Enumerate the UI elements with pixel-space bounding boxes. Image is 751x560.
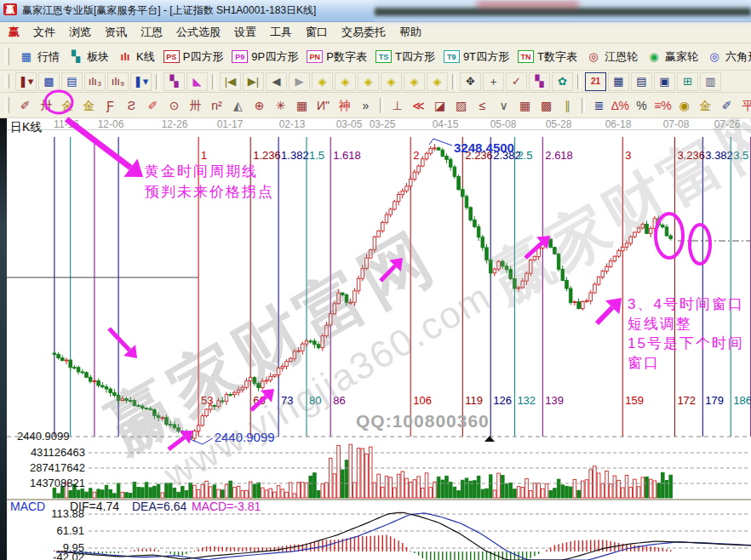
- tool-icon-17[interactable]: ◈: [381, 72, 402, 91]
- tool-icon-3[interactable]: ılı₃: [84, 72, 106, 91]
- tool-icon-4[interactable]: ılı₉: [107, 72, 129, 91]
- svg-text:MACD=-3.81: MACD=-3.81: [192, 500, 261, 513]
- tool-winner-wheel-icon: ◉: [646, 50, 662, 64]
- draw-tool-icon-1[interactable]: 卅: [37, 96, 56, 115]
- tool-icon-24[interactable]: ▚: [529, 72, 550, 91]
- tool-icon-13[interactable]: ▶: [289, 72, 310, 91]
- tool-icon-1[interactable]: ▩: [38, 72, 60, 91]
- tool-gann-wheel-button[interactable]: ◎江恩轮: [582, 48, 642, 66]
- svg-text:03-25: 03-25: [370, 118, 396, 130]
- tool-icon-16[interactable]: ◈: [358, 72, 379, 91]
- draw-tool-icon-6[interactable]: ✐: [143, 96, 163, 115]
- draw-tool-icon-21[interactable]: ▨: [451, 96, 471, 115]
- tool-winner-wheel-button[interactable]: ◉赢家轮: [642, 48, 702, 66]
- tool-quotes-button[interactable]: ▦行情: [14, 48, 64, 66]
- draw-tool-icon-4[interactable]: Ƒ: [100, 96, 120, 115]
- draw-tool-icon-18[interactable]: ⊥: [387, 96, 407, 115]
- draw-tool-icon-23[interactable]: ∨: [494, 96, 513, 115]
- tool-kline-button[interactable]: ılıK线: [113, 48, 159, 66]
- tool-icon-28[interactable]: ▦: [608, 72, 629, 91]
- draw-tool-icon-2[interactable]: 金: [58, 96, 77, 115]
- svg-text:2.618: 2.618: [545, 149, 573, 162]
- title-bar[interactable]: 赢 赢家江恩专业版[赢家服务平台] - [上证指数 SH1A0001-183日K…: [0, 0, 751, 22]
- draw-tool-icon-9[interactable]: n²: [207, 96, 226, 115]
- tool-p-square-button[interactable]: PSP四方形: [159, 48, 228, 66]
- tool-9t-square-button[interactable]: T99T四方形: [439, 48, 513, 66]
- draw-tool-icon-31[interactable]: ≡%: [653, 96, 673, 115]
- tool-icon-15[interactable]: ◈: [335, 72, 356, 91]
- draw-tool-icon-33[interactable]: 金: [696, 96, 715, 115]
- toolbar-grip[interactable]: [5, 74, 9, 88]
- draw-tool-icon-19[interactable]: ≪: [409, 96, 428, 115]
- draw-tool-icon-30[interactable]: %: [632, 96, 651, 115]
- tool-icon-11[interactable]: ▶|: [243, 72, 264, 91]
- menu-item-0[interactable]: 文件: [26, 23, 62, 42]
- tool-icon-10[interactable]: |◀: [220, 72, 241, 91]
- svg-text:106: 106: [413, 394, 432, 407]
- draw-tool-icon-26[interactable]: ∥: [558, 96, 577, 115]
- tool-icon-27[interactable]: 21: [585, 72, 606, 91]
- tool-p-table-button[interactable]: PNP数字表: [302, 48, 371, 66]
- tool-t-table-button[interactable]: TNT数字表: [513, 48, 582, 66]
- menu-item-6[interactable]: 工具: [263, 23, 299, 42]
- draw-tool-icon-8[interactable]: 卅: [186, 96, 205, 115]
- menu-item-4[interactable]: 公式选股: [169, 23, 227, 42]
- tool-icon-21[interactable]: ✥: [460, 72, 481, 91]
- menu-item-5[interactable]: 设置: [227, 23, 263, 42]
- tool-icon-25[interactable]: ✿: [552, 72, 573, 91]
- tool-icon-14[interactable]: ◈: [312, 72, 333, 91]
- toolbar-icon-items: ❚▾▩▤ılı₃ılı₉❚▾▚◣|◀▶|◀▶◈◈◈◈◈◈✥＋✓▚✿21▦▤▣⊞▥: [14, 72, 722, 91]
- tool-icon-7[interactable]: ▚: [163, 72, 185, 91]
- menu-item-1[interactable]: 浏览: [62, 23, 98, 42]
- tool-icon-31[interactable]: ⊞: [677, 72, 698, 91]
- svg-text:QQ:100800360: QQ:100800360: [356, 411, 490, 431]
- tool-sectors-button[interactable]: ▚板块: [64, 48, 113, 66]
- draw-tool-icon-13[interactable]: ▦: [292, 96, 312, 115]
- menu-item-9[interactable]: 帮助: [393, 23, 428, 42]
- tool-t-square-button[interactable]: TST四方形: [371, 48, 439, 66]
- draw-tool-icon-32[interactable]: ◉: [674, 96, 694, 115]
- draw-tool-icon-15[interactable]: 神: [335, 96, 354, 115]
- draw-tool-icon-20[interactable]: ◪: [430, 96, 450, 115]
- menu-item-8[interactable]: 交易委托: [335, 23, 393, 42]
- draw-tool-icon-10[interactable]: ◭: [228, 96, 248, 115]
- draw-tool-icon-28[interactable]: ≣: [589, 96, 609, 115]
- tool-icon-30[interactable]: ▣: [654, 72, 675, 91]
- menu-item-7[interactable]: 窗口: [299, 23, 335, 42]
- tool-icon-2[interactable]: ▤: [61, 72, 83, 91]
- draw-tool-icon-25[interactable]: ▩: [536, 96, 556, 115]
- draw-tool-icon-14[interactable]: И": [313, 96, 333, 115]
- draw-tool-icon-3[interactable]: 金: [79, 96, 99, 115]
- price-chart-canvas[interactable]: 11-1612-0612-2601-1702-1303-0503-2504-15…: [0, 118, 751, 560]
- left-window-edge: [0, 118, 7, 560]
- draw-tool-icon-7[interactable]: ⊙: [164, 96, 184, 115]
- tool-icon-5[interactable]: ❚▾: [130, 72, 152, 91]
- draw-tool-icon-35[interactable]: 平: [738, 96, 751, 115]
- draw-tool-icon-11[interactable]: ⊕: [249, 96, 269, 115]
- draw-tool-icon-16[interactable]: »: [356, 96, 376, 115]
- menu-item-2[interactable]: 资讯: [98, 23, 134, 42]
- draw-tool-icon-29[interactable]: ∆%: [611, 96, 630, 115]
- tool-icon-22[interactable]: ＋: [483, 72, 504, 91]
- svg-text:1.236: 1.236: [253, 149, 281, 162]
- tool-icon-12[interactable]: ◀: [266, 72, 287, 91]
- menu-item-3[interactable]: 江恩: [134, 23, 169, 42]
- tool-icon-0[interactable]: ❚▾: [15, 72, 37, 91]
- toolbar-grip[interactable]: [5, 97, 9, 113]
- tool-icon-23[interactable]: ✓: [506, 72, 527, 91]
- tool-icon-19[interactable]: ◈: [427, 72, 448, 91]
- tool-t-table-label: T数字表: [537, 49, 577, 65]
- draw-tool-icon-24[interactable]: ▦: [515, 96, 535, 115]
- draw-tool-icon-22[interactable]: ≤: [473, 96, 492, 115]
- toolbar-grip[interactable]: [5, 48, 9, 65]
- draw-tool-icon-12[interactable]: ✳: [271, 96, 290, 115]
- draw-tool-icon-5[interactable]: Ƨ: [122, 96, 141, 115]
- tool-icon-32[interactable]: ▥: [700, 72, 721, 91]
- tool-icon-8[interactable]: ◣: [186, 72, 208, 91]
- tool-icon-18[interactable]: ◈: [404, 72, 425, 91]
- tool-icon-29[interactable]: ▤: [631, 72, 652, 91]
- tool-9p-square-button[interactable]: P99P四方形: [227, 48, 302, 66]
- tool-hexagon-button[interactable]: ◎六角形: [702, 48, 751, 66]
- draw-tool-icon-34[interactable]: ✐: [717, 96, 737, 115]
- draw-tool-icon-0[interactable]: ✐: [15, 96, 35, 115]
